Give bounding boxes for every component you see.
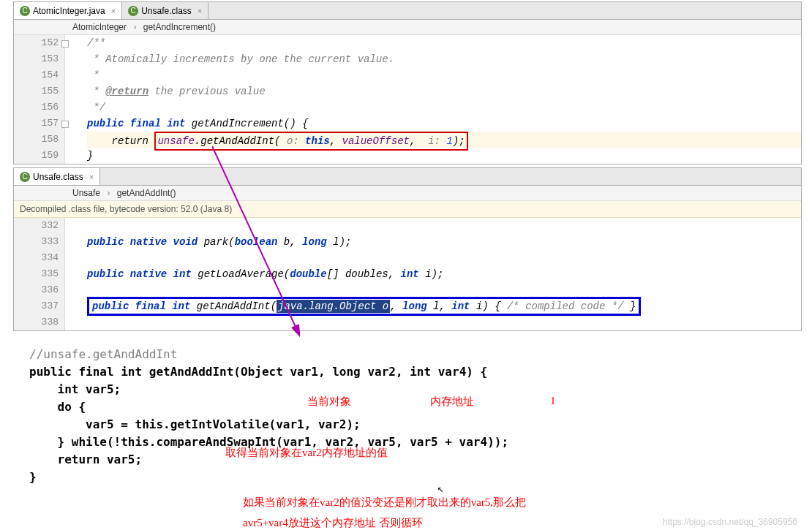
editor-pane-atomicinteger: C AtomicInteger.java × C Unsafe.class × … xyxy=(13,1,802,164)
class-icon: C xyxy=(20,172,30,182)
code-text: } xyxy=(87,150,93,162)
close-icon[interactable]: × xyxy=(198,7,202,15)
line-number: 154 xyxy=(14,67,59,83)
line-number: 336 xyxy=(14,282,59,298)
annotation-text: 取得当前对象在var2内存地址的值 xyxy=(225,446,388,460)
tab-unsafe-class[interactable]: C Unsafe.class × xyxy=(14,168,100,185)
line-number: 335 xyxy=(14,266,59,282)
line-number: 159 xyxy=(14,148,59,164)
annotation-text: avr5+var4放进这个内存地址 否则循环 xyxy=(243,516,423,530)
code-text: * xyxy=(87,86,105,97)
line-number: 333 xyxy=(14,234,59,250)
breadcrumb[interactable]: AtomicInteger › getAndIncrement() xyxy=(14,20,801,35)
breadcrumb-method: getAndAddInt() xyxy=(117,188,176,198)
breadcrumb[interactable]: Unsafe › getAndAddInt() xyxy=(14,186,801,201)
tab-label: Unsafe.class xyxy=(33,172,83,182)
line-number: 332 xyxy=(14,218,59,234)
tab-unsafe[interactable]: C Unsafe.class × xyxy=(122,2,208,19)
code-text: * Atomically increments by one the curre… xyxy=(87,53,394,65)
line-number: 156 xyxy=(14,99,59,116)
class-icon: C xyxy=(20,6,30,16)
line-number: 337 xyxy=(14,298,59,314)
class-icon: C xyxy=(128,6,138,16)
close-icon[interactable]: × xyxy=(111,7,116,15)
line-gutter: 152 153 154 155 156 157 158 159 xyxy=(14,35,65,164)
code-text: public final int xyxy=(87,118,192,129)
decompiled-code: //unsafe.getAndAddInt public final int g… xyxy=(29,346,783,486)
code-text: return xyxy=(87,135,154,147)
cursor-icon: ↖ xyxy=(437,482,443,495)
blue-annotation-box: public final int getAndAddInt(java.lang.… xyxy=(87,297,641,316)
code-text: the previous value xyxy=(149,86,266,97)
code-text: //unsafe.getAndAddInt xyxy=(29,347,177,361)
code-content[interactable]: public native void park(boolean b, long … xyxy=(65,218,801,330)
code-text: } while(!this.compareAndSwapInt(var1, va… xyxy=(29,434,783,451)
line-number: 334 xyxy=(14,250,59,266)
tab-label: AtomicInteger.java xyxy=(33,6,105,16)
annotation-text: 当前对象 xyxy=(307,395,351,409)
code-text: do { xyxy=(29,398,783,416)
code-text: */ xyxy=(87,102,105,113)
annotation-text: 1 xyxy=(550,395,556,407)
line-number: 155 xyxy=(14,83,59,99)
code-area: 152 153 154 155 156 157 158 159 /** * At… xyxy=(14,35,801,164)
line-number: 153 xyxy=(14,51,59,67)
tab-bar: C AtomicInteger.java × C Unsafe.class × xyxy=(14,2,801,20)
code-text: @return xyxy=(105,86,149,97)
chevron-right-icon: › xyxy=(107,188,110,198)
line-number: 158 xyxy=(14,132,59,148)
code-text: * xyxy=(87,69,99,81)
selection: java.lang.Object o xyxy=(277,300,390,313)
code-text: getAndIncrement() { xyxy=(192,118,309,129)
code-text: /** xyxy=(87,37,105,49)
code-text: } xyxy=(29,469,783,486)
code-text: var5 = this.getIntVolatile(var1, var2); xyxy=(29,416,783,434)
red-annotation-box: unsafe.getAndAddInt( o: this, valueOffse… xyxy=(154,132,467,151)
breadcrumb-class: AtomicInteger xyxy=(72,22,127,32)
line-number: 152 xyxy=(14,35,59,51)
watermark: https://blog.csdn.net/qq_36905956 xyxy=(663,517,797,527)
close-icon[interactable]: × xyxy=(89,173,94,181)
decompile-notice: Decompiled .class file, bytecode version… xyxy=(14,201,801,218)
chevron-right-icon: › xyxy=(133,22,136,32)
breadcrumb-class: Unsafe xyxy=(72,188,100,198)
code-text: return var5; xyxy=(29,451,783,469)
code-content[interactable]: /** * Atomically increments by one the c… xyxy=(65,35,801,164)
line-number: 157 xyxy=(14,116,59,132)
tab-bar: C Unsafe.class × xyxy=(14,168,801,186)
code-area: 332 333 334 335 336 337 338 public nativ… xyxy=(14,218,801,330)
editor-pane-unsafe: C Unsafe.class × Unsafe › getAndAddInt()… xyxy=(13,167,802,331)
annotation-text: 内存地址 xyxy=(430,395,474,409)
annotation-text: 如果当前对象在var2的值没变还是刚才取出来的var5,那么把 xyxy=(243,496,526,510)
tab-atomicinteger[interactable]: C AtomicInteger.java × xyxy=(14,2,122,19)
code-text: int var5; xyxy=(29,381,783,398)
line-number: 338 xyxy=(14,314,59,330)
tab-label: Unsafe.class xyxy=(141,6,192,16)
highlighted-line: return unsafe.getAndAddInt( o: this, val… xyxy=(87,132,801,148)
line-gutter: 332 333 334 335 336 337 338 xyxy=(14,218,65,330)
breadcrumb-method: getAndIncrement() xyxy=(143,22,216,32)
